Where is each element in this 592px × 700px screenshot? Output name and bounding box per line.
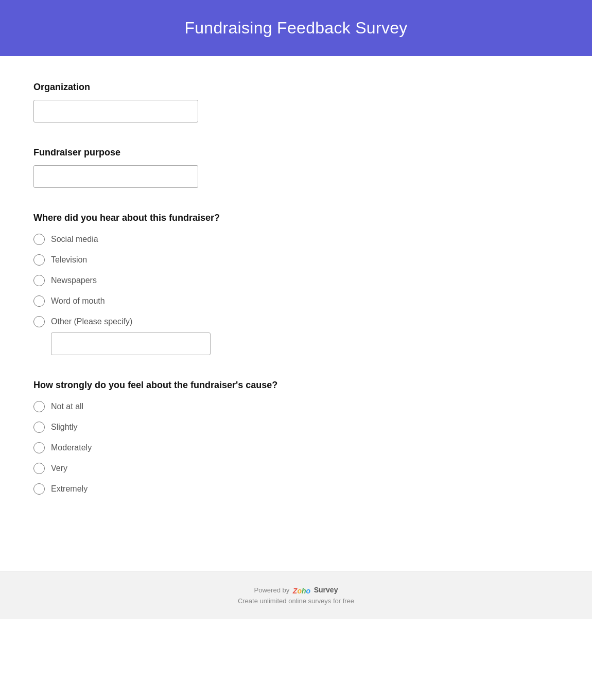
fundraiser-purpose-input[interactable] bbox=[33, 165, 198, 188]
label-social-media: Social media bbox=[51, 235, 98, 244]
option-newspapers[interactable]: Newspapers bbox=[33, 275, 430, 286]
form-body: Organization Fundraiser purpose Where di… bbox=[0, 56, 463, 550]
hear-about-section: Where did you hear about this fundraiser… bbox=[33, 213, 430, 355]
fundraiser-purpose-section: Fundraiser purpose bbox=[33, 147, 430, 188]
powered-by-line: Powered by Zoho Survey bbox=[10, 586, 582, 595]
other-specify-input[interactable] bbox=[51, 332, 211, 355]
fundraiser-purpose-label: Fundraiser purpose bbox=[33, 147, 430, 158]
radio-other[interactable] bbox=[33, 316, 45, 327]
label-slightly: Slightly bbox=[51, 423, 78, 432]
option-not-at-all[interactable]: Not at all bbox=[33, 401, 430, 412]
zoho-h: h bbox=[302, 587, 306, 595]
survey-title: Fundraising Feedback Survey bbox=[10, 19, 582, 38]
option-slightly[interactable]: Slightly bbox=[33, 422, 430, 433]
label-extremely: Extremely bbox=[51, 484, 88, 494]
option-other[interactable]: Other (Please specify) bbox=[33, 316, 430, 327]
footer-create-text: Create unlimited online surveys for free bbox=[10, 597, 582, 605]
radio-very[interactable] bbox=[33, 463, 45, 474]
zoho-z: Z bbox=[293, 587, 298, 595]
radio-television[interactable] bbox=[33, 254, 45, 266]
organization-section: Organization bbox=[33, 82, 430, 122]
option-social-media[interactable]: Social media bbox=[33, 234, 430, 245]
radio-slightly[interactable] bbox=[33, 422, 45, 433]
label-television: Television bbox=[51, 255, 87, 265]
other-option-wrapper: Other (Please specify) bbox=[33, 316, 430, 355]
option-moderately[interactable]: Moderately bbox=[33, 442, 430, 453]
radio-moderately[interactable] bbox=[33, 442, 45, 453]
hear-about-radio-group: Social media Television Newspapers Word … bbox=[33, 234, 430, 355]
other-specify-wrapper bbox=[51, 332, 430, 355]
feel-strongly-section: How strongly do you feel about the fundr… bbox=[33, 380, 430, 495]
feel-strongly-radio-group: Not at all Slightly Moderately Very Extr… bbox=[33, 401, 430, 495]
organization-input[interactable] bbox=[33, 100, 198, 122]
organization-label: Organization bbox=[33, 82, 430, 93]
radio-not-at-all[interactable] bbox=[33, 401, 45, 412]
zoho-o2: o bbox=[306, 587, 311, 595]
radio-newspapers[interactable] bbox=[33, 275, 45, 286]
powered-by-text: Powered by bbox=[254, 586, 290, 594]
radio-extremely[interactable] bbox=[33, 483, 45, 495]
zoho-logo: Zoho bbox=[293, 587, 310, 595]
label-not-at-all: Not at all bbox=[51, 402, 83, 411]
page-header: Fundraising Feedback Survey bbox=[0, 0, 592, 56]
zoho-o1: o bbox=[297, 587, 302, 595]
label-moderately: Moderately bbox=[51, 443, 92, 452]
survey-label: Survey bbox=[314, 586, 338, 594]
radio-social-media[interactable] bbox=[33, 234, 45, 245]
radio-word-of-mouth[interactable] bbox=[33, 295, 45, 307]
option-extremely[interactable]: Extremely bbox=[33, 483, 430, 495]
label-other: Other (Please specify) bbox=[51, 317, 132, 326]
option-television[interactable]: Television bbox=[33, 254, 430, 266]
page-footer: Powered by Zoho Survey Create unlimited … bbox=[0, 571, 592, 619]
label-word-of-mouth: Word of mouth bbox=[51, 296, 105, 306]
feel-strongly-label: How strongly do you feel about the fundr… bbox=[33, 380, 430, 391]
hear-about-label: Where did you hear about this fundraiser… bbox=[33, 213, 430, 223]
label-newspapers: Newspapers bbox=[51, 276, 97, 285]
option-very[interactable]: Very bbox=[33, 463, 430, 474]
label-very: Very bbox=[51, 464, 67, 473]
option-word-of-mouth[interactable]: Word of mouth bbox=[33, 295, 430, 307]
